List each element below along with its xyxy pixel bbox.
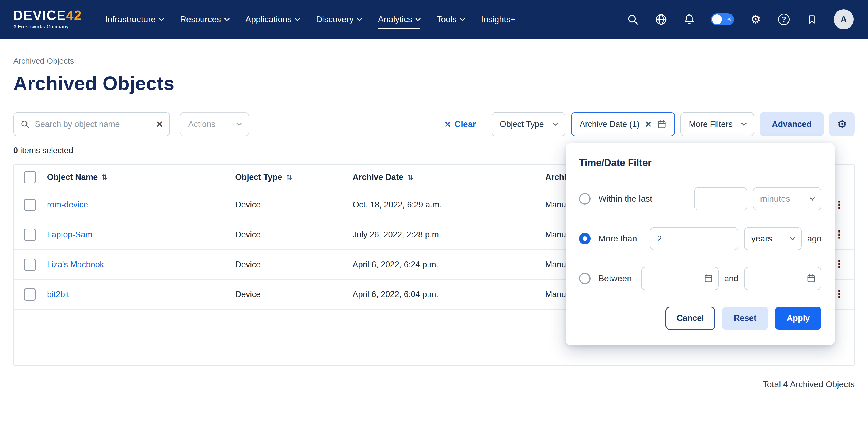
object-name-link[interactable]: rom-device <box>47 200 88 210</box>
nav-item-insights[interactable]: Insights+ <box>481 9 516 29</box>
breadcrumb: Archived Objects <box>13 57 855 66</box>
search-icon[interactable] <box>626 13 640 26</box>
calendar-icon[interactable] <box>704 273 713 283</box>
help-icon[interactable]: ? <box>777 13 791 26</box>
chevron-down-icon <box>357 16 362 21</box>
more-than-unit-select[interactable]: years <box>744 227 802 250</box>
table-settings-button[interactable]: ⚙ <box>829 112 855 136</box>
theme-toggle[interactable]: ☀ <box>711 13 734 26</box>
calendar-icon <box>657 120 666 129</box>
object-type-cell: Device <box>235 200 353 210</box>
between-start-date-field <box>641 267 719 290</box>
settings-gear-icon[interactable]: ⚙ <box>749 13 762 26</box>
sun-icon: ☀ <box>726 15 732 24</box>
more-than-value-input[interactable] <box>650 227 739 250</box>
row-checkbox[interactable] <box>24 289 36 301</box>
clear-x-icon: × <box>444 119 451 129</box>
chevron-down-icon <box>224 16 229 21</box>
chevron-down-icon <box>415 16 421 21</box>
row-menu-icon[interactable]: ⋮ <box>834 199 844 210</box>
apply-button[interactable]: Apply <box>775 307 822 330</box>
navbar-right-icons: ☀ ⚙ ? A <box>626 9 854 29</box>
chevron-down-icon <box>294 16 300 21</box>
clear-search-icon[interactable]: × <box>156 119 163 130</box>
archive-date-cell: April 6, 2022, 6:04 p.m. <box>353 290 545 299</box>
selected-count: 0 <box>13 146 18 155</box>
user-avatar[interactable]: A <box>834 9 854 29</box>
within-last-radio[interactable] <box>579 193 591 204</box>
nav-item-infrastructure[interactable]: Infrastructure <box>105 9 163 29</box>
object-name-link[interactable]: Laptop-Sam <box>47 230 92 239</box>
row-checkbox[interactable] <box>24 199 36 211</box>
advanced-button[interactable]: Advanced <box>760 112 824 136</box>
row-menu-icon[interactable]: ⋮ <box>834 288 844 300</box>
archive-date-filter-button[interactable]: Archive Date (1) × <box>571 112 675 136</box>
object-type-filter-button[interactable]: Object Type <box>492 112 565 136</box>
main-menu: Infrastructure Resources Applications Di… <box>105 9 516 29</box>
remove-archive-date-filter-icon[interactable]: × <box>645 119 652 130</box>
popup-title: Time/Date Filter <box>579 157 822 168</box>
sort-icon[interactable]: ⇅ <box>407 173 413 181</box>
search-icon <box>20 120 30 129</box>
page-title: Archived Objects <box>13 72 855 94</box>
column-header-archive-date[interactable]: Archive Date⇅ <box>353 172 545 182</box>
row-menu-icon[interactable]: ⋮ <box>834 258 844 270</box>
nav-item-resources[interactable]: Resources <box>180 9 229 29</box>
globe-icon[interactable] <box>654 13 668 26</box>
nav-item-tools[interactable]: Tools <box>437 9 465 29</box>
popup-actions: Cancel Reset Apply <box>579 307 822 330</box>
object-name-link[interactable]: Liza's Macbook <box>47 260 104 269</box>
chevron-down-icon <box>460 16 465 21</box>
reset-button[interactable]: Reset <box>722 307 769 330</box>
chevron-down-icon <box>741 121 746 126</box>
more-than-label: More than <box>598 234 637 243</box>
device42-logo[interactable]: DEVICE42 A Freshworks Company <box>13 9 82 30</box>
select-all-checkbox[interactable] <box>24 171 36 184</box>
more-than-option-row: More than years ago <box>579 227 822 250</box>
more-filters-button[interactable]: More Filters <box>680 112 754 136</box>
column-header-object-name[interactable]: Object Name⇅ <box>47 172 235 182</box>
sort-icon[interactable]: ⇅ <box>286 173 292 181</box>
chevron-down-icon <box>810 195 815 201</box>
more-than-radio[interactable] <box>579 233 591 244</box>
column-header-object-type[interactable]: Object Type⇅ <box>235 172 353 182</box>
calendar-icon[interactable] <box>806 273 816 283</box>
object-type-cell: Device <box>235 260 353 269</box>
object-type-cell: Device <box>235 230 353 239</box>
total-count-label: Total 4 Archived Objects <box>13 379 855 389</box>
within-last-value-input[interactable] <box>694 187 747 210</box>
notifications-bell-icon[interactable] <box>683 13 696 26</box>
between-label: Between <box>598 273 632 284</box>
sort-icon[interactable]: ⇅ <box>102 173 108 181</box>
bookmark-icon[interactable] <box>805 13 819 26</box>
archive-date-cell: Oct. 18, 2022, 6:29 a.m. <box>353 200 545 210</box>
device42-logo-text: DEVICE42 <box>13 9 82 23</box>
chevron-down-icon <box>159 16 164 21</box>
total-count-value: 4 <box>783 379 788 389</box>
time-date-filter-popup: Time/Date Filter Within the last minutes… <box>566 143 835 345</box>
within-last-label: Within the last <box>598 194 652 204</box>
search-input[interactable] <box>35 120 151 129</box>
toolbar: × Actions × Clear Object Type Archive Da… <box>13 112 855 136</box>
between-radio[interactable] <box>579 273 591 284</box>
row-checkbox[interactable] <box>24 229 36 241</box>
archive-date-cell: April 6, 2022, 6:24 p.m. <box>353 260 545 269</box>
nav-item-analytics[interactable]: Analytics <box>378 9 420 29</box>
actions-dropdown[interactable]: Actions <box>180 112 249 136</box>
within-last-unit-select[interactable]: minutes <box>753 187 822 210</box>
filters-group: × Clear Object Type Archive Date (1) × M… <box>444 112 855 136</box>
toggle-knob <box>712 14 722 24</box>
row-menu-icon[interactable]: ⋮ <box>834 229 844 240</box>
clear-filters-button[interactable]: × Clear <box>444 119 476 129</box>
row-checkbox[interactable] <box>24 259 36 271</box>
object-search-box: × <box>13 112 170 136</box>
chevron-down-icon <box>790 235 795 240</box>
nav-item-discovery[interactable]: Discovery <box>316 9 362 29</box>
archive-date-cell: July 26, 2022, 2:28 p.m. <box>353 230 545 239</box>
nav-item-applications[interactable]: Applications <box>245 9 300 29</box>
cancel-button[interactable]: Cancel <box>665 307 715 330</box>
between-end-date-field <box>744 267 822 290</box>
object-type-cell: Device <box>235 290 353 299</box>
and-label: and <box>724 273 738 284</box>
object-name-link[interactable]: bit2bit <box>47 290 69 299</box>
